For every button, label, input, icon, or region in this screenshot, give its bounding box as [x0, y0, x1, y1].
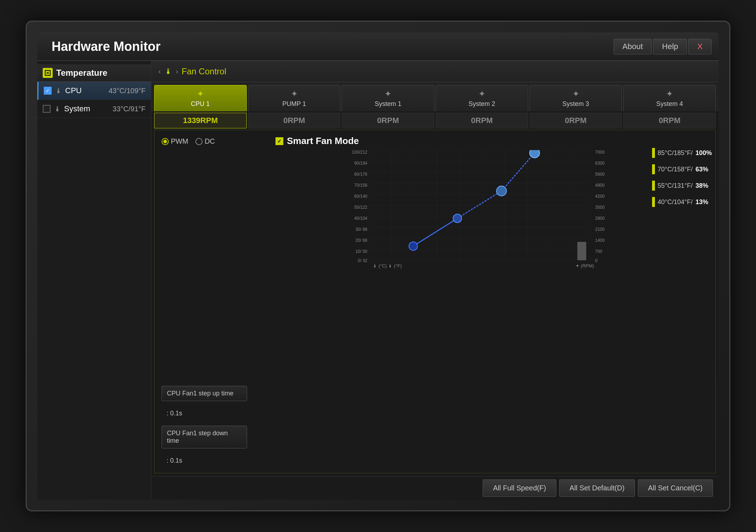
legend-row-2: 70°C/158°F/ 63%: [652, 164, 712, 174]
dc-radio[interactable]: DC: [195, 137, 215, 145]
all-set-default-button[interactable]: All Set Default(D): [559, 479, 635, 497]
rpm-value-system4: 0RPM: [659, 116, 681, 125]
all-set-cancel-button[interactable]: All Set Cancel(C): [638, 479, 713, 497]
legend-row-1: 85°C/185°F/ 100%: [652, 148, 712, 158]
fan-icon-pump1: ✦: [250, 89, 338, 99]
rpm-pump1: 0RPM: [248, 113, 341, 128]
legend-temp-1: 85°C/185°F/: [658, 149, 693, 157]
fan-chart-svg: 100/212 90/194 80/176 70/158 60/140 50/1…: [275, 150, 712, 271]
svg-text:3500: 3500: [595, 205, 605, 210]
svg-text:4900: 4900: [595, 183, 605, 188]
temperature-icon: [43, 68, 53, 78]
svg-text:4200: 4200: [595, 194, 605, 199]
smart-fan-mode-header: ✓ Smart Fan Mode: [275, 135, 712, 147]
cpu-label: CPU: [65, 86, 109, 95]
cpu-temp-value: 43°C/109°F: [109, 87, 146, 95]
svg-text:700: 700: [595, 249, 602, 254]
smart-fan-checkbox[interactable]: ✓: [275, 137, 283, 145]
fan-control-area: PWM DC CPU Fan1 step up time : 0.1s CPU …: [154, 130, 716, 473]
all-full-speed-button[interactable]: All Full Speed(F): [483, 479, 556, 497]
fan-tab-system2[interactable]: ✦ System 2: [436, 85, 528, 111]
svg-text:20/ 68: 20/ 68: [356, 238, 368, 243]
chart-point-2: [453, 214, 462, 223]
dc-radio-circle[interactable]: [195, 138, 203, 145]
svg-text:60/140: 60/140: [354, 194, 367, 199]
chart-container: 100/212 90/194 80/176 70/158 60/140 50/1…: [275, 150, 712, 271]
rpm-value-system1: 0RPM: [377, 116, 399, 125]
monitor-bezel: Hardware Monitor About Help X Temperatur…: [26, 21, 730, 511]
svg-text:✦ (RPM): ✦ (RPM): [576, 263, 594, 268]
pwm-radio[interactable]: PWM: [162, 137, 188, 145]
fan-tab-system3[interactable]: ✦ System 3: [530, 85, 622, 111]
title-buttons: About Help X: [614, 39, 712, 54]
rpm-system3: 0RPM: [530, 113, 622, 128]
legend-pct-3: 38%: [695, 182, 708, 190]
svg-text:30/ 88: 30/ 88: [356, 227, 368, 232]
help-button[interactable]: Help: [653, 39, 687, 54]
rpm-system2: 0RPM: [436, 113, 528, 128]
step-down-value: : 0.1s: [162, 456, 247, 466]
fan-tab-label-system1: System 1: [344, 100, 432, 108]
fan-tab-label-system4: System 4: [625, 100, 714, 108]
dc-label: DC: [205, 137, 215, 145]
temp-legend: 85°C/185°F/ 100% 70°C/158°F/ 63% 55°C/13…: [652, 148, 712, 207]
right-panel: ‹ 🌡 › Fan Control ✦ CPU 1 ✦ PUMP 1: [151, 61, 719, 500]
pwm-label: PWM: [171, 137, 188, 145]
chart-point-3: [497, 186, 506, 196]
breadcrumb-text: Fan Control: [182, 66, 226, 76]
fan-icon-system1: ✦: [344, 89, 432, 99]
sidebar-item-system[interactable]: 🌡 System 33°C/91°F: [37, 100, 151, 118]
cpu-checkbox[interactable]: [44, 87, 52, 95]
fan-icon-system4: ✦: [625, 89, 714, 99]
system-checkbox[interactable]: [43, 105, 51, 113]
bottom-actions: All Full Speed(F) All Set Default(D) All…: [151, 476, 719, 500]
fan-tabs: ✦ CPU 1 ✦ PUMP 1 ✦ System 1 ✦ System 2: [151, 82, 719, 111]
fan-left-controls: PWM DC CPU Fan1 step up time : 0.1s CPU …: [154, 130, 254, 473]
breadcrumb-icon: 🌡: [164, 67, 172, 76]
fan-icon-cpu1: ✦: [156, 89, 245, 99]
rpm-value-pump1: 0RPM: [283, 116, 305, 125]
monitor-screen: Hardware Monitor About Help X Temperatur…: [37, 32, 719, 500]
legend-row-3: 55°C/131°F/ 38%: [652, 181, 712, 191]
svg-text:80/176: 80/176: [354, 172, 367, 177]
svg-text:1400: 1400: [595, 238, 605, 243]
rpm-value-cpu1: 1339RPM: [183, 116, 218, 125]
close-button[interactable]: X: [688, 39, 712, 54]
pwm-radio-circle[interactable]: [162, 138, 169, 145]
legend-bar-3: [652, 181, 655, 191]
rpm-cpu1: 1339RPM: [154, 113, 247, 128]
legend-pct-2: 63%: [695, 166, 708, 173]
svg-text:5600: 5600: [595, 172, 605, 177]
fan-tab-cpu1[interactable]: ✦ CPU 1: [154, 85, 247, 111]
fan-tab-label-cpu1: CPU 1: [156, 100, 245, 108]
legend-pct-1: 100%: [695, 149, 712, 157]
system-temp-value: 33°C/91°F: [112, 105, 146, 113]
rpm-system1: 0RPM: [342, 113, 434, 128]
breadcrumb-arrow: ‹: [158, 67, 161, 75]
title-bar: Hardware Monitor About Help X: [37, 32, 719, 61]
legend-temp-3: 55°C/131°F/: [658, 182, 693, 190]
sidebar-item-cpu[interactable]: 🌡 CPU 43°C/109°F: [37, 82, 151, 100]
svg-text:0: 0: [595, 258, 598, 263]
thermometer-system-icon: 🌡: [54, 105, 61, 113]
svg-text:90/194: 90/194: [354, 161, 367, 166]
svg-text:7000: 7000: [595, 150, 605, 155]
fan-tab-system1[interactable]: ✦ System 1: [342, 85, 434, 111]
thermometer-icon: 🌡: [55, 87, 62, 95]
fan-tab-system4[interactable]: ✦ System 4: [623, 85, 716, 111]
main-content: Temperature 🌡 CPU 43°C/109°F 🌡 System 33…: [37, 61, 719, 500]
sidebar-section-title: Temperature: [56, 68, 107, 78]
about-button[interactable]: About: [614, 39, 652, 54]
fan-icon-system2: ✦: [438, 89, 526, 99]
legend-row-4: 40°C/104°F/ 13%: [652, 197, 712, 207]
svg-text:100/212: 100/212: [352, 150, 368, 155]
svg-text:6300: 6300: [595, 161, 605, 166]
fan-icon-system3: ✦: [532, 89, 620, 99]
svg-text:50/122: 50/122: [354, 205, 367, 210]
svg-text:70/158: 70/158: [354, 183, 367, 188]
svg-text:40/104: 40/104: [354, 216, 367, 221]
svg-text:2800: 2800: [595, 216, 605, 221]
step-up-button[interactable]: CPU Fan1 step up time: [162, 386, 247, 401]
fan-tab-pump1[interactable]: ✦ PUMP 1: [248, 85, 341, 111]
step-down-button[interactable]: CPU Fan1 step down time: [162, 426, 247, 448]
